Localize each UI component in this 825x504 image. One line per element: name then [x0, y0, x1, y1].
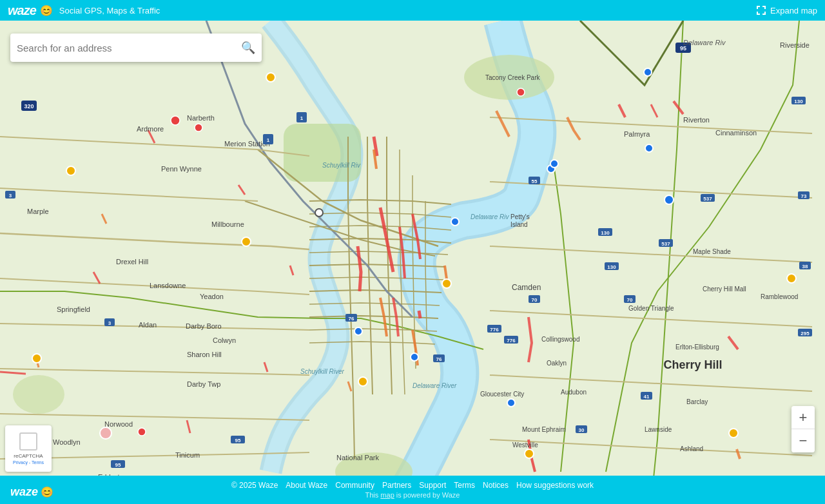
footer: © 2025 Waze About Waze Community Partner…: [0, 476, 825, 504]
svg-text:Island: Island: [510, 221, 528, 228]
footer-link-about[interactable]: About Waze: [286, 481, 327, 490]
footer-logo: waze 😊: [10, 485, 53, 499]
expand-map-button[interactable]: Expand map: [756, 5, 817, 15]
svg-text:Golden Triangle: Golden Triangle: [628, 305, 674, 312]
svg-text:Collingswood: Collingswood: [541, 336, 579, 343]
map-link[interactable]: map: [380, 491, 394, 499]
svg-text:Darby Boro: Darby Boro: [186, 322, 222, 330]
svg-text:3: 3: [9, 193, 12, 199]
svg-text:Cherry Hill: Cherry Hill: [663, 358, 722, 371]
svg-text:41: 41: [644, 394, 650, 400]
svg-point-27: [729, 429, 738, 438]
svg-point-26: [517, 88, 525, 96]
svg-text:Colwyn: Colwyn: [213, 336, 236, 344]
svg-text:776: 776: [507, 338, 516, 344]
svg-text:1: 1: [267, 137, 270, 143]
svg-text:Narberth: Narberth: [187, 114, 215, 122]
svg-text:Maple Shade: Maple Shade: [693, 248, 731, 255]
svg-point-23: [442, 279, 451, 288]
svg-text:Aldan: Aldan: [139, 321, 157, 329]
svg-point-11: [354, 327, 362, 335]
svg-text:Millbourne: Millbourne: [211, 220, 244, 228]
powered-by-text: This map is powered by Waze: [365, 491, 460, 499]
svg-point-16: [550, 160, 558, 168]
svg-text:Sharon Hill: Sharon Hill: [187, 351, 222, 358]
captcha-checkbox[interactable]: [19, 432, 37, 451]
svg-text:Ardmore: Ardmore: [137, 125, 164, 133]
svg-text:Penn Wynne: Penn Wynne: [161, 165, 202, 173]
search-icon[interactable]: 🔍: [241, 41, 255, 55]
svg-text:Audubon: Audubon: [561, 389, 587, 396]
svg-text:130: 130: [794, 99, 803, 104]
svg-text:Westville: Westville: [512, 441, 538, 449]
expand-label: Expand map: [770, 6, 817, 15]
svg-text:95: 95: [235, 438, 241, 443]
waze-footer-mascot-icon: 😊: [41, 486, 53, 498]
svg-text:Oaklyn: Oaklyn: [547, 360, 567, 367]
waze-footer-text: waze: [10, 485, 38, 499]
svg-text:776: 776: [490, 327, 499, 333]
svg-text:38: 38: [802, 264, 808, 269]
privacy-link[interactable]: Privacy: [13, 460, 28, 465]
svg-text:295: 295: [801, 331, 810, 336]
header: waze 😊 Social GPS, Maps & Traffic Expand…: [0, 0, 825, 21]
svg-text:537: 537: [661, 241, 670, 247]
svg-text:Riverside: Riverside: [780, 41, 810, 49]
svg-text:Ashland: Ashland: [680, 445, 703, 452]
footer-link-support[interactable]: Support: [419, 481, 446, 490]
tagline-text: Social GPS, Maps & Traffic: [59, 6, 160, 15]
svg-text:Cinnaminson: Cinnaminson: [715, 129, 757, 137]
terms-link[interactable]: Terms: [32, 460, 44, 465]
svg-point-24: [100, 427, 112, 439]
svg-text:Mount Ephraim: Mount Ephraim: [522, 426, 566, 433]
svg-text:Marple: Marple: [27, 208, 49, 215]
footer-links: © 2025 Waze About Waze Community Partner…: [231, 481, 594, 490]
svg-point-13: [507, 399, 515, 407]
zoom-out-button[interactable]: −: [791, 429, 815, 452]
svg-text:76: 76: [349, 316, 354, 322]
svg-text:73: 73: [801, 193, 807, 199]
svg-text:Springfield: Springfield: [57, 305, 90, 313]
svg-text:National Park: National Park: [336, 454, 380, 461]
svg-text:Tacony Creek Park: Tacony Creek Park: [485, 74, 540, 81]
footer-link-terms[interactable]: Terms: [454, 481, 475, 490]
svg-text:320: 320: [24, 103, 34, 110]
svg-text:Erlton-Ellisburg: Erlton-Ellisburg: [675, 344, 719, 351]
svg-text:Ramblewood: Ramblewood: [761, 293, 798, 300]
svg-text:Petty's: Petty's: [510, 213, 530, 220]
svg-text:Schuylkill River: Schuylkill River: [300, 368, 344, 375]
map-container[interactable]: 95 320 320 Cherry Hill Delaware Riv Dela…: [0, 21, 825, 504]
svg-point-18: [171, 116, 180, 125]
svg-text:1: 1: [300, 115, 304, 121]
search-input[interactable]: [17, 43, 241, 53]
svg-point-15: [645, 144, 653, 152]
svg-text:Delaware River: Delaware River: [412, 382, 457, 389]
svg-text:130: 130: [601, 230, 610, 236]
recaptcha-widget: reCAPTCHA Privacy - Terms: [5, 425, 52, 472]
logo-area: waze 😊 Social GPS, Maps & Traffic: [8, 3, 160, 18]
svg-point-25: [138, 428, 146, 436]
svg-text:Yeadon: Yeadon: [200, 293, 224, 300]
svg-point-7: [644, 68, 652, 76]
svg-point-10: [315, 209, 323, 217]
zoom-in-button[interactable]: +: [791, 406, 815, 429]
expand-icon: [756, 5, 766, 15]
svg-point-20: [66, 166, 75, 175]
svg-text:Barclay: Barclay: [686, 398, 708, 405]
zoom-controls: + −: [791, 406, 815, 452]
svg-text:Camden: Camden: [512, 283, 541, 292]
svg-text:Lansdowne: Lansdowne: [150, 282, 186, 289]
footer-link-community[interactable]: Community: [335, 481, 374, 490]
search-box: 🔍: [10, 34, 262, 62]
svg-point-22: [32, 354, 41, 363]
footer-link-how[interactable]: How suggestions work: [516, 481, 594, 490]
svg-text:537: 537: [703, 196, 712, 202]
svg-point-30: [358, 377, 367, 386]
copyright-text: © 2025 Waze: [231, 481, 278, 490]
search-input-wrapper[interactable]: 🔍: [10, 34, 262, 62]
footer-link-notices[interactable]: Notices: [483, 481, 509, 490]
svg-text:Norwood: Norwood: [104, 420, 133, 428]
svg-point-29: [525, 449, 534, 458]
footer-link-partners[interactable]: Partners: [382, 481, 411, 490]
svg-text:70: 70: [627, 297, 633, 303]
